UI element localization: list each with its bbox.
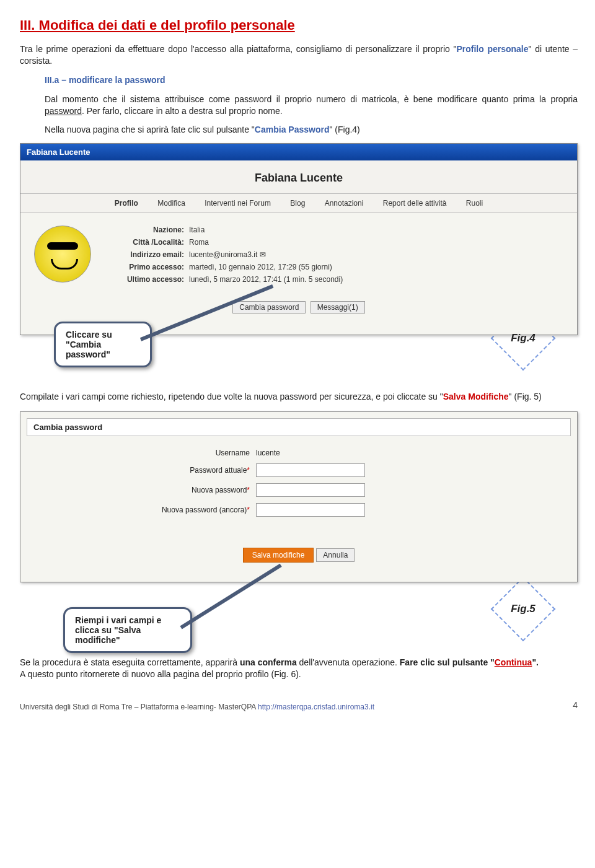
callout-cambia-password: Cliccare su "Cambia password" — [54, 322, 152, 367]
required-asterisk: * — [247, 506, 250, 514]
mid-b: Salva Modifiche — [443, 392, 509, 401]
required-asterisk: * — [247, 486, 250, 494]
salva-modifiche-button[interactable]: Salva modifiche — [243, 548, 314, 563]
tab-ruoli[interactable]: Ruoli — [466, 199, 483, 208]
sub-a-password-word: password — [45, 106, 82, 116]
subsection-p2: Nella nuova pagina che si aprirà fate cl… — [45, 124, 578, 136]
sub-a-p2-c: " (Fig.4) — [329, 125, 359, 134]
profile-username: Fabiana Lucente — [20, 160, 577, 193]
sub-a-p2-b: Cambia Password — [255, 125, 330, 134]
closing-b: una conferma — [240, 657, 297, 667]
callout-salva-modifiche: Riempi i vari campi e clicca su "Salva m… — [63, 607, 192, 653]
mid-c: " (Fig. 5) — [509, 392, 542, 401]
save-row: Salva modifiche Annulla — [20, 541, 577, 581]
required-asterisk: * — [247, 466, 250, 475]
footer-url[interactable]: http://masterqpa.crisfad.uniroma3.it — [258, 703, 374, 711]
intro-text-a: Tra le prime operazioni da effettuare do… — [20, 44, 456, 54]
window-titlebar: Fabiana Lucente — [20, 144, 577, 160]
tab-annotazioni[interactable]: Annotazioni — [325, 199, 364, 208]
figure-4-label: Fig.4 — [493, 323, 553, 354]
tab-forum[interactable]: Interventi nei Forum — [205, 199, 271, 208]
closing-continua: Continua — [495, 657, 532, 667]
closing-p1: Se la procedura è stata eseguita corrett… — [20, 657, 578, 680]
value-primo-accesso: martedì, 10 gennaio 2012, 17:29 (55 gior… — [189, 263, 343, 271]
label-nuova-password: Nuova password — [192, 486, 247, 494]
tab-report[interactable]: Report delle attività — [383, 199, 447, 208]
avatar-icon — [34, 226, 91, 283]
input-nuova-password-ancora[interactable] — [256, 503, 365, 517]
page-footer: 4 Università degli Studi di Roma Tre – P… — [20, 703, 578, 711]
closing-g: A questo punto ritornerete di nuovo alla… — [20, 669, 301, 679]
closing-a: Se la procedura è stata eseguita corrett… — [20, 657, 240, 667]
page-number: 4 — [573, 700, 578, 710]
sub-a-p2-a: Nella nuova pagina che si aprirà fate cl… — [45, 125, 255, 134]
tab-modifica[interactable]: Modifica — [157, 199, 185, 208]
closing-f: ". — [532, 657, 539, 667]
label-nuova-password-ancora: Nuova password (ancora) — [162, 506, 247, 514]
sub-a-text-a: Dal momento che il sistema attribuisce c… — [45, 94, 578, 104]
label-nazione: Nazione: — [104, 226, 184, 234]
form-box-title: Cambia password — [27, 418, 571, 436]
label-citta: Città /Località: — [104, 238, 184, 247]
value-nazione: Italia — [189, 226, 343, 234]
label-password-attuale: Password attuale — [190, 466, 247, 475]
screenshot-profile: Fabiana Lucente Fabiana Lucente Profilo … — [20, 143, 578, 335]
subsection-p1: Dal momento che il sistema attribuisce c… — [45, 94, 578, 117]
intro-paragraph: Tra le prime operazioni da effettuare do… — [20, 43, 578, 67]
tab-profilo[interactable]: Profilo — [115, 199, 138, 208]
subsection-title: III.a – modificare la password — [45, 74, 578, 86]
label-username: Username — [20, 449, 250, 457]
profile-fields: Nazione:Italia Città /Località:Roma Indi… — [104, 226, 343, 287]
value-email: lucente@uniroma3.it ✉ — [189, 250, 343, 259]
label-ultimo-accesso: Ultimo accesso: — [104, 275, 184, 284]
messaggi-button[interactable]: Messaggi(1) — [311, 301, 365, 313]
cambia-password-button[interactable]: Cambia password — [232, 301, 306, 313]
tab-blog[interactable]: Blog — [290, 199, 305, 208]
sub-a-text-b: . Per farlo, cliccare in alto a destra s… — [82, 106, 283, 116]
input-nuova-password[interactable] — [256, 483, 365, 497]
intro-profile-link: Profilo personale — [456, 44, 528, 54]
input-password-attuale[interactable] — [256, 463, 365, 477]
paragraph-compilate: Compilate i vari campi come richiesto, r… — [20, 391, 578, 403]
profile-tabs: Profilo Modifica Interventi nei Forum Bl… — [20, 193, 577, 213]
value-username: lucente — [256, 449, 280, 457]
mid-a: Compilate i vari campi come richiesto, r… — [20, 392, 443, 401]
label-email: Indirizzo email: — [104, 250, 184, 259]
closing-c: dell'avvenuta operazione. — [297, 657, 400, 667]
figure-5-label: Fig.5 — [493, 594, 553, 625]
screenshot-change-password: Cambia password Username lucente Passwor… — [20, 411, 578, 582]
value-ultimo-accesso: lunedì, 5 marzo 2012, 17:41 (1 min. 5 se… — [189, 275, 343, 284]
closing-d: Fare clic sul pulsante " — [400, 657, 495, 667]
section-heading: III. Modifica dei dati e del profilo per… — [20, 17, 578, 33]
value-citta: Roma — [189, 238, 343, 247]
label-primo-accesso: Primo accesso: — [104, 263, 184, 271]
footer-text: Università degli Studi di Roma Tre – Pia… — [20, 703, 258, 711]
annulla-button[interactable]: Annulla — [316, 548, 355, 562]
